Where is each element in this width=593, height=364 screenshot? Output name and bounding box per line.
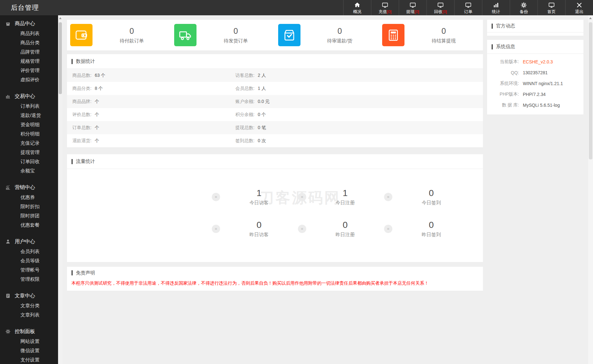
sidebar-item[interactable]: 支付设置 — [0, 355, 58, 364]
sidebar-section-header-users[interactable]: 用户中心 — [0, 237, 58, 247]
scroll-up-icon[interactable] — [59, 17, 62, 19]
sidebar-item[interactable]: 品牌管理 — [0, 47, 58, 56]
sidebar-item[interactable]: 会员等级 — [0, 256, 58, 265]
sidebar-item[interactable]: 余额宝 — [0, 166, 58, 175]
topnav-item[interactable]: 订单 — [454, 0, 482, 15]
sidebar-item[interactable]: 商品列表 — [0, 29, 58, 38]
sidebar-section-header-articles[interactable]: 文章中心 — [0, 291, 58, 301]
sidebar-section-marketing: 营销中心 优惠券限时折扣限时拼团优惠套餐 — [0, 179, 58, 233]
disclaimer-header: 免责声明 — [67, 267, 483, 279]
stat-row-label: 访客总数: — [235, 73, 255, 78]
placeholder-circle-icon: = — [212, 225, 220, 233]
sidebar-item[interactable]: 会员列表 — [0, 247, 58, 256]
topnav-label: 首页 — [547, 9, 556, 14]
traffic-label: 今日签到 — [392, 200, 470, 206]
sidebar-item[interactable]: 订单列表 — [0, 101, 58, 111]
stat-row-label: 账户余额: — [235, 99, 255, 104]
topnav-item[interactable]: 回收[0] — [426, 0, 454, 15]
sidebar-item[interactable]: 退款/退货 — [0, 111, 58, 120]
stat-value: 0 — [300, 26, 379, 36]
stat-row-label: 签到总数: — [235, 138, 255, 143]
sidebar-item[interactable]: 网站设置 — [0, 337, 58, 346]
sidebar-section-title: 交易中心 — [15, 93, 35, 100]
stat-row-label: 提现总数: — [235, 125, 255, 130]
sidebar-section-header-trade[interactable]: 交易中心 — [0, 91, 58, 101]
sidebar-item[interactable]: 微信设置 — [0, 346, 58, 355]
data-stats-row: 商品总数:63 个 访客总数:2 人 — [67, 69, 483, 82]
page-scrollbar[interactable] — [588, 15, 593, 364]
scroll-up-icon[interactable] — [589, 17, 592, 19]
page-scrollbar-thumb[interactable] — [589, 22, 592, 159]
gear-icon — [5, 329, 11, 334]
topnav-item[interactable]: 首页 — [537, 0, 565, 15]
system-info-row: 系统环境: WINNT nginx/1.21.1 — [487, 78, 583, 89]
sidebar-section-panel: 控制面板 网站设置微信设置支付设置 — [0, 323, 58, 364]
traffic-cell: = 0 今日签到 — [384, 186, 470, 208]
stat-card[interactable]: 0 待付款订单 — [67, 20, 171, 50]
sidebar-item[interactable]: 商品分类 — [0, 38, 58, 47]
box-check-icon — [282, 28, 296, 42]
topnav-item[interactable]: 统计 — [482, 0, 510, 15]
stat-label: 待审退款/货 — [300, 38, 379, 44]
stat-value: 0 — [404, 26, 483, 36]
sidebar-section-articles: 文章中心 文章分类文章列表 — [0, 288, 58, 323]
sidebar-item[interactable]: 提现管理 — [0, 148, 58, 157]
sidebar-item[interactable]: 管理权限 — [0, 274, 58, 284]
sidebar-item[interactable]: 优惠券 — [0, 193, 58, 202]
data-stats-header: 数据统计 — [67, 54, 483, 69]
topnav-item[interactable]: 概况 — [343, 0, 371, 15]
sidebar-item[interactable]: 虚拟评价 — [0, 75, 58, 84]
user-icon — [5, 239, 11, 244]
stat-row-value: 个 — [95, 99, 99, 104]
sidebar-section-users: 用户中心 会员列表会员等级管理帐号管理权限 — [0, 233, 58, 288]
sidebar-item[interactable]: 订单回收 — [0, 157, 58, 166]
sidebar-item[interactable]: 资金明细 — [0, 120, 58, 129]
traffic-label: 今日访客 — [220, 200, 298, 206]
stat-row-value: 0 个 — [258, 112, 266, 117]
stat-card[interactable]: 0 待发货订单 — [171, 20, 275, 50]
sidebar-section-header-marketing[interactable]: 营销中心 — [0, 182, 58, 193]
sidebar-item[interactable]: 积分明细 — [0, 129, 58, 138]
section-title: 免责声明 — [76, 270, 95, 276]
disclaimer-text: 本程序只供测试研究，不得使用于非法用途，不得违反国家法律，不得进行违法行为，否则… — [67, 279, 483, 287]
sidebar-item[interactable]: 规格管理 — [0, 56, 58, 66]
truck-icon — [178, 28, 192, 42]
stat-row-label: 商品总数: — [72, 73, 92, 78]
placeholder-circle-icon: = — [384, 225, 392, 233]
traffic-label: 昨日访客 — [220, 232, 298, 238]
section-accent-bar — [492, 24, 493, 29]
data-stats-card: 数据统计 商品总数:63 个 访客总数:2 人 商品分类:8 个 会员总数:1 … — [67, 54, 483, 147]
topnav-item[interactable]: 提现[0] — [399, 0, 426, 15]
sidebar-scrollbar[interactable] — [58, 15, 63, 364]
sidebar-item[interactable]: 管理帐号 — [0, 265, 58, 274]
sidebar-item[interactable]: 充值记录 — [0, 138, 58, 148]
right-panel: 官方动态 系统信息 当前版本: ECSHE_v2.0.3 — [487, 20, 583, 114]
topnav-item[interactable]: 退出 — [565, 0, 593, 15]
pending-stats-strip: 0 待付款订单 0 待发货订单 — [67, 20, 483, 50]
stat-card[interactable]: 0 待结算提现 — [379, 20, 483, 50]
sidebar-item[interactable]: 限时折扣 — [0, 202, 58, 211]
sidebar-section-title: 营销中心 — [15, 184, 35, 191]
stat-label: 待结算提现 — [404, 38, 483, 44]
section-accent-bar — [71, 270, 73, 275]
traffic-stats-header: 流量统计 — [67, 154, 483, 169]
sidebar-section-header-panel[interactable]: 控制面板 — [0, 326, 58, 337]
sidebar-item[interactable]: 文章列表 — [0, 310, 58, 319]
topbar: 后台管理 概况 — [0, 0, 593, 15]
sidebar-item[interactable]: 文章分类 — [0, 301, 58, 310]
sidebar-item[interactable]: 优惠套餐 — [0, 220, 58, 229]
stat-card[interactable]: 0 待审退款/货 — [275, 20, 379, 50]
calculator-icon — [386, 28, 400, 42]
sidebar-scrollbar-thumb[interactable] — [59, 22, 62, 94]
sidebar-item[interactable]: 评价管理 — [0, 66, 58, 75]
traffic-cell: = 0 昨日访客 — [212, 217, 298, 240]
sidebar-item[interactable]: 限时拼团 — [0, 211, 58, 220]
traffic-value: 1 — [306, 188, 384, 198]
topnav-item[interactable]: 充值[0] — [371, 0, 399, 15]
system-info-row: PHP版本: PHP/7.2.34 — [487, 89, 583, 100]
doc-icon — [5, 293, 11, 299]
traffic-value: 0 — [392, 188, 470, 198]
topnav-item[interactable]: 备份 — [510, 0, 537, 15]
data-stats-row: 退款退货:个 签到总数:0 次 — [67, 134, 483, 147]
sidebar-section-header-goods[interactable]: 商品中心 — [0, 18, 58, 29]
